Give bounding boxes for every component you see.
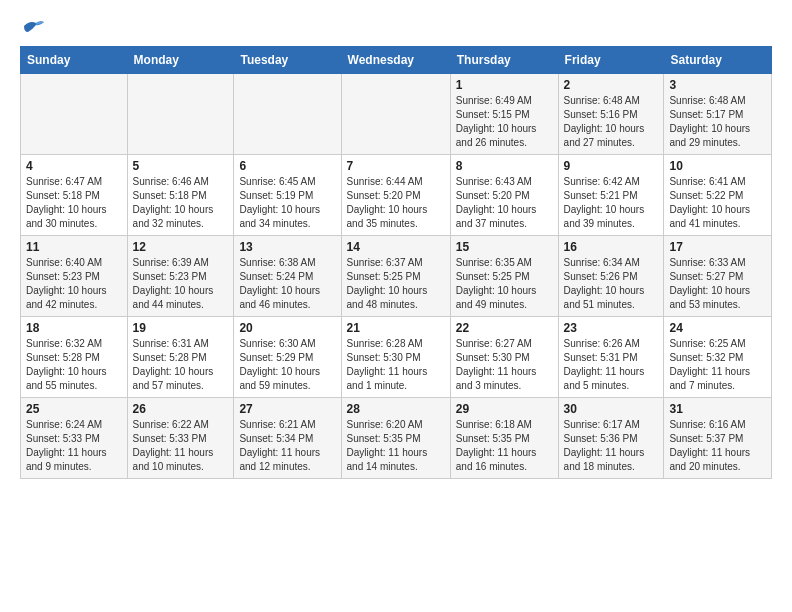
calendar-table: SundayMondayTuesdayWednesdayThursdayFrid… (20, 46, 772, 479)
calendar-cell: 10Sunrise: 6:41 AMSunset: 5:22 PMDayligh… (664, 154, 772, 235)
cell-day-number: 10 (669, 159, 766, 173)
cell-day-number: 6 (239, 159, 335, 173)
calendar-cell: 21Sunrise: 6:28 AMSunset: 5:30 PMDayligh… (341, 316, 450, 397)
cell-day-number: 26 (133, 402, 229, 416)
calendar-cell: 15Sunrise: 6:35 AMSunset: 5:25 PMDayligh… (450, 235, 558, 316)
calendar-cell: 1Sunrise: 6:49 AMSunset: 5:15 PMDaylight… (450, 73, 558, 154)
cell-info-text: Sunrise: 6:17 AMSunset: 5:36 PMDaylight:… (564, 418, 659, 474)
cell-day-number: 2 (564, 78, 659, 92)
calendar-cell: 18Sunrise: 6:32 AMSunset: 5:28 PMDayligh… (21, 316, 128, 397)
calendar-week-row: 4Sunrise: 6:47 AMSunset: 5:18 PMDaylight… (21, 154, 772, 235)
cell-day-number: 14 (347, 240, 445, 254)
cell-info-text: Sunrise: 6:41 AMSunset: 5:22 PMDaylight:… (669, 175, 766, 231)
calendar-cell: 5Sunrise: 6:46 AMSunset: 5:18 PMDaylight… (127, 154, 234, 235)
calendar-cell: 31Sunrise: 6:16 AMSunset: 5:37 PMDayligh… (664, 397, 772, 478)
calendar-cell: 13Sunrise: 6:38 AMSunset: 5:24 PMDayligh… (234, 235, 341, 316)
calendar-cell: 23Sunrise: 6:26 AMSunset: 5:31 PMDayligh… (558, 316, 664, 397)
cell-info-text: Sunrise: 6:37 AMSunset: 5:25 PMDaylight:… (347, 256, 445, 312)
cell-info-text: Sunrise: 6:35 AMSunset: 5:25 PMDaylight:… (456, 256, 553, 312)
column-header-monday: Monday (127, 46, 234, 73)
cell-info-text: Sunrise: 6:47 AMSunset: 5:18 PMDaylight:… (26, 175, 122, 231)
column-header-wednesday: Wednesday (341, 46, 450, 73)
cell-day-number: 1 (456, 78, 553, 92)
cell-info-text: Sunrise: 6:48 AMSunset: 5:17 PMDaylight:… (669, 94, 766, 150)
cell-info-text: Sunrise: 6:22 AMSunset: 5:33 PMDaylight:… (133, 418, 229, 474)
cell-info-text: Sunrise: 6:30 AMSunset: 5:29 PMDaylight:… (239, 337, 335, 393)
cell-day-number: 27 (239, 402, 335, 416)
cell-info-text: Sunrise: 6:38 AMSunset: 5:24 PMDaylight:… (239, 256, 335, 312)
column-header-friday: Friday (558, 46, 664, 73)
calendar-cell: 20Sunrise: 6:30 AMSunset: 5:29 PMDayligh… (234, 316, 341, 397)
logo-bird-icon (22, 18, 44, 36)
cell-day-number: 3 (669, 78, 766, 92)
cell-day-number: 4 (26, 159, 122, 173)
cell-info-text: Sunrise: 6:26 AMSunset: 5:31 PMDaylight:… (564, 337, 659, 393)
calendar-week-row: 1Sunrise: 6:49 AMSunset: 5:15 PMDaylight… (21, 73, 772, 154)
calendar-cell (341, 73, 450, 154)
cell-day-number: 16 (564, 240, 659, 254)
calendar-cell: 3Sunrise: 6:48 AMSunset: 5:17 PMDaylight… (664, 73, 772, 154)
cell-info-text: Sunrise: 6:46 AMSunset: 5:18 PMDaylight:… (133, 175, 229, 231)
calendar-cell: 6Sunrise: 6:45 AMSunset: 5:19 PMDaylight… (234, 154, 341, 235)
cell-info-text: Sunrise: 6:18 AMSunset: 5:35 PMDaylight:… (456, 418, 553, 474)
cell-info-text: Sunrise: 6:44 AMSunset: 5:20 PMDaylight:… (347, 175, 445, 231)
logo (20, 16, 46, 36)
calendar-week-row: 25Sunrise: 6:24 AMSunset: 5:33 PMDayligh… (21, 397, 772, 478)
calendar-cell: 12Sunrise: 6:39 AMSunset: 5:23 PMDayligh… (127, 235, 234, 316)
cell-day-number: 9 (564, 159, 659, 173)
cell-day-number: 15 (456, 240, 553, 254)
cell-info-text: Sunrise: 6:42 AMSunset: 5:21 PMDaylight:… (564, 175, 659, 231)
cell-day-number: 18 (26, 321, 122, 335)
cell-info-text: Sunrise: 6:28 AMSunset: 5:30 PMDaylight:… (347, 337, 445, 393)
calendar-week-row: 11Sunrise: 6:40 AMSunset: 5:23 PMDayligh… (21, 235, 772, 316)
calendar-cell: 25Sunrise: 6:24 AMSunset: 5:33 PMDayligh… (21, 397, 128, 478)
calendar-cell: 28Sunrise: 6:20 AMSunset: 5:35 PMDayligh… (341, 397, 450, 478)
calendar-cell: 19Sunrise: 6:31 AMSunset: 5:28 PMDayligh… (127, 316, 234, 397)
calendar-cell: 4Sunrise: 6:47 AMSunset: 5:18 PMDaylight… (21, 154, 128, 235)
calendar-cell: 7Sunrise: 6:44 AMSunset: 5:20 PMDaylight… (341, 154, 450, 235)
cell-day-number: 22 (456, 321, 553, 335)
calendar-cell: 14Sunrise: 6:37 AMSunset: 5:25 PMDayligh… (341, 235, 450, 316)
cell-day-number: 20 (239, 321, 335, 335)
header (20, 16, 772, 36)
cell-day-number: 29 (456, 402, 553, 416)
column-header-saturday: Saturday (664, 46, 772, 73)
cell-info-text: Sunrise: 6:34 AMSunset: 5:26 PMDaylight:… (564, 256, 659, 312)
cell-day-number: 17 (669, 240, 766, 254)
calendar-cell: 8Sunrise: 6:43 AMSunset: 5:20 PMDaylight… (450, 154, 558, 235)
cell-day-number: 7 (347, 159, 445, 173)
cell-day-number: 21 (347, 321, 445, 335)
column-header-sunday: Sunday (21, 46, 128, 73)
calendar-header-row: SundayMondayTuesdayWednesdayThursdayFrid… (21, 46, 772, 73)
cell-info-text: Sunrise: 6:33 AMSunset: 5:27 PMDaylight:… (669, 256, 766, 312)
calendar-week-row: 18Sunrise: 6:32 AMSunset: 5:28 PMDayligh… (21, 316, 772, 397)
calendar-cell: 30Sunrise: 6:17 AMSunset: 5:36 PMDayligh… (558, 397, 664, 478)
calendar-cell (21, 73, 128, 154)
column-header-thursday: Thursday (450, 46, 558, 73)
calendar-cell (234, 73, 341, 154)
column-header-tuesday: Tuesday (234, 46, 341, 73)
cell-info-text: Sunrise: 6:45 AMSunset: 5:19 PMDaylight:… (239, 175, 335, 231)
calendar-cell: 2Sunrise: 6:48 AMSunset: 5:16 PMDaylight… (558, 73, 664, 154)
calendar-cell: 9Sunrise: 6:42 AMSunset: 5:21 PMDaylight… (558, 154, 664, 235)
cell-info-text: Sunrise: 6:39 AMSunset: 5:23 PMDaylight:… (133, 256, 229, 312)
cell-info-text: Sunrise: 6:25 AMSunset: 5:32 PMDaylight:… (669, 337, 766, 393)
cell-day-number: 5 (133, 159, 229, 173)
cell-day-number: 19 (133, 321, 229, 335)
cell-info-text: Sunrise: 6:16 AMSunset: 5:37 PMDaylight:… (669, 418, 766, 474)
calendar-cell: 26Sunrise: 6:22 AMSunset: 5:33 PMDayligh… (127, 397, 234, 478)
cell-info-text: Sunrise: 6:49 AMSunset: 5:15 PMDaylight:… (456, 94, 553, 150)
cell-info-text: Sunrise: 6:32 AMSunset: 5:28 PMDaylight:… (26, 337, 122, 393)
calendar-cell (127, 73, 234, 154)
calendar-cell: 29Sunrise: 6:18 AMSunset: 5:35 PMDayligh… (450, 397, 558, 478)
cell-info-text: Sunrise: 6:27 AMSunset: 5:30 PMDaylight:… (456, 337, 553, 393)
cell-info-text: Sunrise: 6:31 AMSunset: 5:28 PMDaylight:… (133, 337, 229, 393)
calendar-cell: 27Sunrise: 6:21 AMSunset: 5:34 PMDayligh… (234, 397, 341, 478)
cell-day-number: 11 (26, 240, 122, 254)
cell-day-number: 30 (564, 402, 659, 416)
cell-day-number: 23 (564, 321, 659, 335)
cell-day-number: 8 (456, 159, 553, 173)
cell-day-number: 25 (26, 402, 122, 416)
cell-day-number: 12 (133, 240, 229, 254)
calendar-cell: 24Sunrise: 6:25 AMSunset: 5:32 PMDayligh… (664, 316, 772, 397)
